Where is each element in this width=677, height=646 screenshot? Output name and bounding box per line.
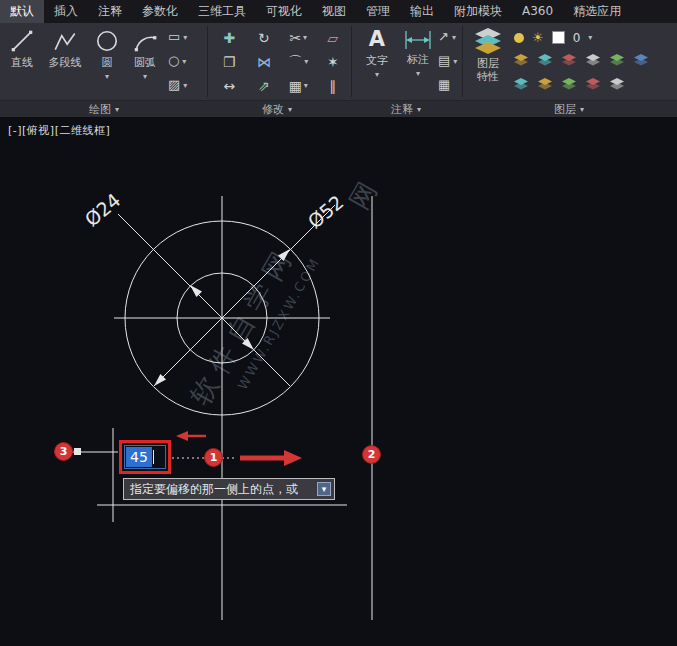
- layer-tool-button[interactable]: [538, 78, 552, 90]
- tab-manage[interactable]: 管理: [356, 0, 400, 23]
- layer-state-row: ☀ 0 ▾: [514, 30, 592, 45]
- stretch-button[interactable]: ↔: [212, 74, 247, 97]
- layer-tool-button[interactable]: [562, 54, 576, 66]
- modify-panel-label[interactable]: 修改 ▾: [213, 101, 341, 117]
- fillet-icon: ⌒: [288, 53, 302, 71]
- current-layer-name[interactable]: 0: [573, 31, 581, 45]
- arc-button[interactable]: 圆弧 ▾: [126, 28, 164, 83]
- tab-output[interactable]: 输出: [400, 0, 444, 23]
- mtext-button[interactable]: ▤ ▾: [438, 53, 457, 69]
- tab-add-ins[interactable]: 附加模块: [444, 0, 512, 23]
- drawing-geometry[interactable]: Ø24 Ø52: [0, 117, 677, 646]
- chevron-down-icon: ▾: [417, 105, 421, 114]
- circle-label: 圆: [102, 56, 113, 69]
- rectangle-button[interactable]: ▭ ▾: [168, 29, 187, 45]
- tab-3d-tools[interactable]: 三维工具: [188, 0, 256, 23]
- dimension-label-outer: Ø52: [303, 191, 347, 233]
- array-button[interactable]: ▦▾: [281, 74, 316, 97]
- dimension-label: 标注: [407, 53, 429, 66]
- line-button[interactable]: 直线: [2, 28, 42, 69]
- layer-properties-button[interactable]: 图层特性: [466, 27, 510, 83]
- tab-a360[interactable]: A360: [512, 0, 563, 23]
- arc-label: 圆弧: [134, 56, 156, 69]
- arc-icon: [132, 28, 158, 54]
- polyline-button[interactable]: 多段线: [42, 28, 88, 69]
- layers-panel-label[interactable]: 图层 ▾: [505, 101, 633, 117]
- fillet-button[interactable]: ⌒▾: [281, 50, 316, 73]
- ellipse-icon: ○: [168, 53, 179, 69]
- callout-badge-3: 3: [54, 442, 73, 461]
- array-icon: ▦: [289, 77, 302, 95]
- trim-button[interactable]: ✂▾: [281, 26, 316, 49]
- layer-properties-icon: [473, 27, 503, 55]
- callout-badge-2: 2: [362, 445, 381, 464]
- scale-button[interactable]: ⇗: [247, 74, 282, 97]
- tab-visualize[interactable]: 可视化: [256, 0, 312, 23]
- layer-tool-button[interactable]: [562, 78, 576, 90]
- layer-color-swatch[interactable]: [552, 31, 565, 44]
- chevron-down-icon: ▾: [182, 57, 186, 66]
- dimension-line-outer: [154, 205, 335, 386]
- chevron-down-icon: ▾: [126, 70, 164, 83]
- layer-tool-button[interactable]: [514, 54, 528, 66]
- line-label: 直线: [11, 56, 33, 69]
- dimension-label-inner: Ø24: [80, 189, 124, 231]
- copy-button[interactable]: ❐: [212, 50, 247, 73]
- draw-panel-label[interactable]: 绘图 ▾: [40, 101, 168, 117]
- layer-dropdown-icon[interactable]: ▾: [588, 33, 592, 42]
- move-button[interactable]: ✚: [212, 26, 247, 49]
- mtext-icon: ▤: [438, 53, 450, 69]
- layer-tool-button[interactable]: [514, 78, 528, 90]
- dimension-arrowheads: [74, 249, 290, 455]
- copy-icon: ❐: [223, 53, 236, 71]
- model-space[interactable]: [-][俯视][二维线框] 软件自学网 WWW.RJZXW.COM 网: [0, 117, 677, 646]
- layer-thaw-icon[interactable]: ☀: [532, 30, 544, 45]
- chevron-down-icon: ▾: [304, 57, 308, 66]
- expand-options-icon[interactable]: ▾: [317, 482, 331, 496]
- chevron-down-icon: ▾: [303, 33, 307, 42]
- tab-annotate[interactable]: 注释: [88, 0, 132, 23]
- text-caret: [153, 450, 154, 464]
- text-button[interactable]: A 文字 ▾: [358, 26, 396, 81]
- tab-view[interactable]: 视图: [312, 0, 356, 23]
- mirror-button[interactable]: ⋈: [247, 50, 282, 73]
- offset-icon: ∥: [329, 77, 336, 95]
- ribbon-tab-bar: 默认 插入 注释 参数化 三维工具 可视化 视图 管理 输出 附加模块 A360…: [0, 0, 677, 23]
- tab-featured-apps[interactable]: 精选应用: [563, 0, 631, 23]
- layer-tool-button[interactable]: [586, 78, 600, 90]
- table-icon: ▦: [438, 77, 450, 93]
- tab-insert[interactable]: 插入: [44, 0, 88, 23]
- leader-button[interactable]: ↗ ▾: [438, 29, 456, 45]
- ribbon: 直线 多段线 圆 ▾ 圆弧 ▾ ▭ ▾ ○ ▾ ▨ ▾ ✚: [0, 23, 677, 100]
- tab-parametric[interactable]: 参数化: [132, 0, 188, 23]
- offset-button[interactable]: ∥: [316, 74, 351, 97]
- layer-tool-button[interactable]: [610, 78, 624, 90]
- erase-button[interactable]: ▱: [316, 26, 351, 49]
- explode-button[interactable]: ✶: [316, 50, 351, 73]
- layer-tool-button[interactable]: [538, 54, 552, 66]
- dynamic-input-value: 45: [126, 447, 152, 467]
- annotate-panel-label[interactable]: 注释 ▾: [352, 101, 460, 117]
- rotate-button[interactable]: ↻: [247, 26, 282, 49]
- highlight-red-box: 45: [119, 440, 171, 474]
- layer-tools-row-1: [514, 54, 648, 66]
- layer-tool-button[interactable]: [610, 54, 624, 66]
- hatch-button[interactable]: ▨ ▾: [168, 77, 187, 93]
- ellipse-button[interactable]: ○ ▾: [168, 53, 186, 69]
- chevron-down-icon: ▾: [183, 33, 187, 42]
- tab-home[interactable]: 默认: [0, 0, 44, 23]
- grip-point[interactable]: [74, 448, 81, 455]
- command-prompt-tooltip: 指定要偏移的那一侧上的点，或 ▾: [123, 478, 335, 500]
- dynamic-input-field[interactable]: 45: [124, 445, 166, 469]
- text-label: 文字: [366, 54, 388, 67]
- layer-tool-button[interactable]: [586, 54, 600, 66]
- panel-label-strip: 绘图 ▾ 修改 ▾ 注释 ▾ 图层 ▾: [0, 100, 677, 118]
- draw-panel-label-text: 绘图: [89, 102, 111, 117]
- layer-tool-button[interactable]: [634, 54, 648, 66]
- circle-button[interactable]: 圆 ▾: [90, 28, 124, 83]
- dimension-button[interactable]: 标注 ▾: [398, 29, 438, 80]
- erase-icon: ▱: [327, 29, 338, 47]
- layer-on-icon[interactable]: [514, 33, 524, 43]
- table-button[interactable]: ▦: [438, 77, 450, 93]
- chevron-down-icon: ▾: [580, 105, 584, 114]
